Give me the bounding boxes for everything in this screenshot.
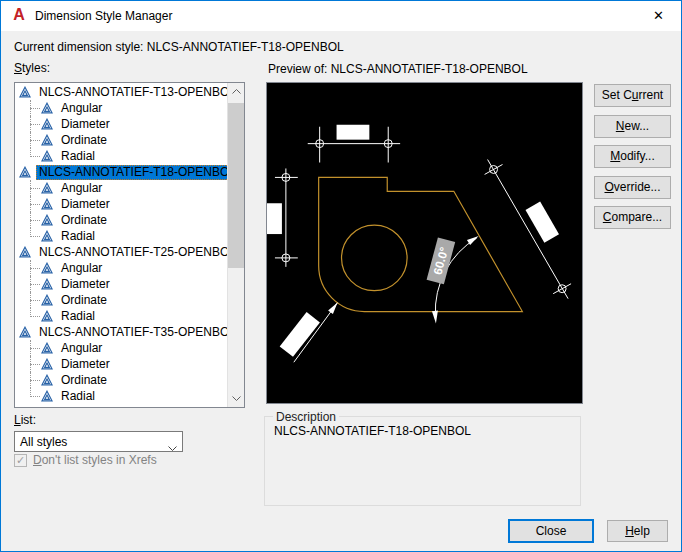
dimension-style-icon (41, 262, 53, 274)
tree-item-label: Angular (58, 101, 105, 116)
tree-item-substyle[interactable]: Angular (15, 340, 227, 356)
tree-item-label: Diameter (58, 357, 113, 372)
tree-connector (29, 180, 41, 196)
tree-connector (29, 356, 41, 372)
tree-item-label: NLCS-ANNOTATIEF-T13-OPENBOL (36, 85, 239, 100)
tree-item-substyle[interactable]: Ordinate (15, 212, 227, 228)
dimension-style-icon (41, 278, 53, 290)
tree-connector (29, 132, 41, 148)
tree-item-label: Ordinate (58, 293, 110, 308)
title-bar: A Dimension Style Manager ✕ (1, 1, 681, 31)
tree-item-label: Angular (58, 261, 105, 276)
chevron-down-icon (168, 440, 177, 454)
xref-checkbox-row: ✓ Don't list styles in Xrefs (14, 453, 157, 467)
dimension-style-icon (19, 326, 31, 338)
preview-geometry (319, 177, 523, 311)
xref-checkbox[interactable]: ✓ (14, 454, 27, 467)
current-style-line: Current dimension style: NLCS-ANNOTATIEF… (14, 40, 344, 54)
tree-item-substyle[interactable]: Diameter (15, 116, 227, 132)
tree-connector (29, 116, 41, 132)
tree-connector (29, 388, 41, 404)
tree-item-label: Ordinate (58, 373, 110, 388)
dimension-style-icon (41, 294, 53, 306)
dimension-style-icon (41, 102, 53, 114)
scrollbar-thumb[interactable] (228, 103, 245, 268)
close-window-icon[interactable]: ✕ (636, 1, 681, 31)
help-button[interactable]: Help (607, 520, 668, 542)
tree-item-label: Ordinate (58, 213, 110, 228)
tree-connector (29, 292, 41, 308)
tree-connector (29, 308, 41, 324)
dimension-style-icon (19, 166, 31, 178)
tree-connector (29, 340, 41, 356)
modify-button[interactable]: Modify... (594, 145, 671, 168)
tree-item-substyle[interactable]: Ordinate (15, 372, 227, 388)
tree-item-style[interactable]: NLCS-ANNOTATIEF-T25-OPENBOL (15, 244, 227, 260)
dimension-style-icon (41, 150, 53, 162)
set-current-button[interactable]: Set Current (594, 84, 671, 107)
preview-dimension-lines (275, 127, 571, 363)
scroll-up-icon[interactable] (228, 83, 245, 100)
tree-item-substyle[interactable]: Angular (15, 180, 227, 196)
tree-item-label: Diameter (58, 117, 113, 132)
tree-item-substyle[interactable]: Radial (15, 148, 227, 164)
new-button[interactable]: New... (594, 115, 671, 138)
tree-item-substyle[interactable]: Angular (15, 260, 227, 276)
tree-connector (29, 100, 41, 116)
dimension-style-icon (41, 182, 53, 194)
tree-item-label: NLCS-ANNOTATIEF-T18-OPENBOL (36, 165, 239, 180)
preview-label: Preview of: NLCS-ANNOTATIEF-T18-OPENBOL (268, 62, 528, 76)
tree-connector (29, 372, 41, 388)
xref-checkbox-label: Don't list styles in Xrefs (33, 453, 157, 467)
dimension-style-icon (41, 230, 53, 242)
tree-item-style[interactable]: NLCS-ANNOTATIEF-T35-OPENBOL (15, 324, 227, 340)
tree-item-substyle[interactable]: Radial (15, 228, 227, 244)
tree-item-substyle[interactable]: Radial (15, 308, 227, 324)
dimension-style-manager-dialog: A Dimension Style Manager ✕ Current dime… (0, 0, 682, 552)
tree-item-style-selected[interactable]: NLCS-ANNOTATIEF-T18-OPENBOL (15, 164, 227, 180)
tree-item-label: Angular (58, 341, 105, 356)
dimension-style-icon (19, 86, 31, 98)
description-group: Description NLCS-ANNOTATIEF-T18-OPENBOL (264, 416, 581, 506)
tree-item-label: Radial (58, 149, 98, 164)
tree-item-substyle[interactable]: Diameter (15, 196, 227, 212)
styles-tree: NLCS-ANNOTATIEF-T13-OPENBOL Angular Diam… (15, 84, 227, 404)
list-filter-value: All styles (20, 435, 67, 449)
dimension-style-icon (41, 310, 53, 322)
dimension-preview-drawing: 60.0° (267, 83, 582, 403)
compare-button[interactable]: Compare... (594, 206, 671, 229)
tree-item-label: NLCS-ANNOTATIEF-T25-OPENBOL (36, 245, 239, 260)
dimension-style-icon (41, 198, 53, 210)
description-label: Description (273, 410, 339, 424)
tree-item-label: Radial (58, 229, 98, 244)
current-style-label: Current dimension style: (14, 40, 143, 54)
tree-item-substyle[interactable]: Diameter (15, 356, 227, 372)
tree-item-substyle[interactable]: Ordinate (15, 132, 227, 148)
tree-item-label: Diameter (58, 197, 113, 212)
tree-connector (29, 212, 41, 228)
tree-item-label: Radial (58, 309, 98, 324)
dimension-style-icon (41, 374, 53, 386)
description-value: NLCS-ANNOTATIEF-T18-OPENBOL (274, 424, 471, 438)
tree-connector (29, 196, 41, 212)
tree-item-label: Diameter (58, 277, 113, 292)
tree-item-substyle[interactable]: Radial (15, 388, 227, 404)
styles-heading: Styles: (14, 61, 50, 75)
list-filter-dropdown[interactable]: All styles (14, 431, 183, 452)
dimension-preview: 60.0° (266, 82, 583, 404)
tree-item-style[interactable]: NLCS-ANNOTATIEF-T13-OPENBOL (15, 84, 227, 100)
list-filter-label: List: (14, 413, 36, 427)
tree-item-label: NLCS-ANNOTATIEF-T35-OPENBOL (36, 325, 239, 340)
close-button[interactable]: Close (508, 519, 594, 543)
styles-list-scrollbar[interactable] (227, 83, 244, 407)
override-button[interactable]: Override... (594, 176, 671, 199)
tree-connector (29, 228, 41, 244)
tree-connector (29, 276, 41, 292)
styles-list[interactable]: NLCS-ANNOTATIEF-T13-OPENBOL Angular Diam… (14, 82, 245, 408)
tree-item-label: Angular (58, 181, 105, 196)
tree-item-substyle[interactable]: Diameter (15, 276, 227, 292)
dimension-style-icon (41, 118, 53, 130)
tree-item-substyle[interactable]: Angular (15, 100, 227, 116)
tree-item-substyle[interactable]: Ordinate (15, 292, 227, 308)
scroll-down-icon[interactable] (228, 390, 245, 407)
